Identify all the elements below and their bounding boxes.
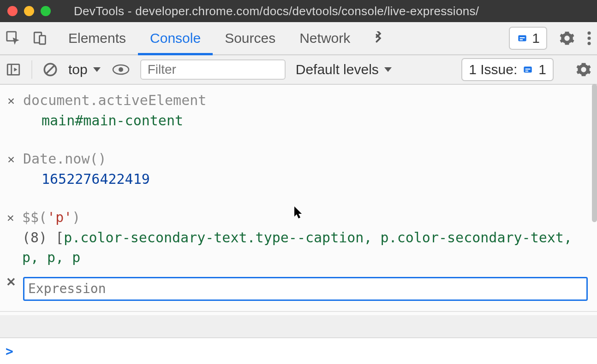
device-toolbar-icon[interactable] (32, 30, 48, 46)
new-expression-input[interactable] (23, 277, 588, 301)
expression-result[interactable]: main#main-content (23, 111, 206, 131)
svg-marker-17 (384, 67, 392, 72)
expression-result[interactable]: 1652276422419 (23, 169, 150, 189)
svg-rect-19 (525, 69, 531, 70)
svg-point-8 (587, 42, 591, 45)
log-levels-select[interactable]: Default levels (296, 62, 393, 77)
expression-source[interactable]: document.activeElement (23, 92, 206, 108)
svg-rect-2 (40, 35, 46, 44)
execution-context-select[interactable]: top (68, 62, 101, 77)
divider (0, 311, 597, 312)
live-expression-row: ✕ document.activeElement main#main-conte… (0, 85, 597, 136)
live-expressions-area: ✕ document.activeElement main#main-conte… (0, 85, 597, 315)
remove-expression-button[interactable]: ✕ (5, 273, 18, 289)
issues-button[interactable]: 1 Issue: 1 (461, 58, 554, 81)
inspect-element-icon[interactable] (6, 30, 21, 46)
console-toolbar: top Default levels 1 Issue: 1 (0, 55, 597, 85)
console-settings-icon[interactable] (576, 62, 591, 77)
svg-marker-11 (14, 68, 17, 72)
issues-count: 1 (538, 62, 546, 77)
settings-icon[interactable] (559, 30, 575, 46)
chevron-down-icon (383, 66, 393, 73)
remove-expression-button[interactable]: ✕ (5, 207, 17, 227)
maximize-window-button[interactable] (41, 6, 51, 16)
vertical-scrollbar[interactable] (592, 84, 597, 222)
panel-tabs: Elements Console Sources Network (56, 22, 394, 54)
more-options-icon[interactable] (587, 30, 591, 46)
live-expression-icon[interactable] (112, 63, 130, 76)
live-expression-row: ✕ Date.now() 1652276422419 (0, 143, 597, 194)
clear-console-icon[interactable] (42, 62, 58, 77)
svg-point-7 (587, 36, 591, 40)
svg-line-13 (47, 66, 54, 74)
expression-source[interactable]: $$('p') (22, 209, 80, 225)
tab-elements[interactable]: Elements (56, 22, 138, 54)
live-expression-row: ✕ $$('p') (8) [p.color-secondary-text.ty… (0, 202, 597, 273)
levels-label: Default levels (296, 62, 379, 77)
prompt-chevron-icon: > (6, 344, 13, 359)
svg-rect-9 (7, 65, 19, 75)
context-label: top (68, 62, 88, 77)
sidebar-toggle-icon[interactable] (6, 62, 21, 77)
expression-source[interactable]: Date.now() (23, 151, 107, 167)
filter-input[interactable] (148, 62, 278, 77)
remove-expression-button[interactable]: ✕ (5, 149, 18, 168)
issue-icon (522, 64, 534, 76)
window-title: DevTools - developer.chrome.com/docs/dev… (74, 4, 479, 18)
console-prompt[interactable]: > (0, 337, 597, 364)
close-window-button[interactable] (7, 6, 18, 16)
live-expression-row: ✕ (0, 273, 597, 305)
more-tabs-button[interactable] (362, 22, 394, 54)
svg-point-6 (587, 31, 591, 35)
expression-result[interactable]: (8) [p.color-secondary-text.type--captio… (22, 229, 572, 266)
svg-rect-20 (525, 70, 529, 71)
minimize-window-button[interactable] (24, 6, 34, 16)
svg-point-16 (119, 67, 123, 72)
svg-rect-4 (520, 37, 525, 38)
tab-network[interactable]: Network (287, 22, 362, 54)
window-titlebar: DevTools - developer.chrome.com/docs/dev… (0, 0, 597, 22)
remove-expression-button[interactable]: ✕ (5, 90, 18, 110)
filter-input-wrap[interactable] (140, 59, 286, 80)
issues-label: 1 Issue: (469, 62, 517, 77)
chevron-down-icon (92, 66, 101, 73)
traffic-lights (7, 6, 51, 16)
tab-console[interactable]: Console (138, 22, 213, 54)
issues-badge[interactable]: 1 (509, 27, 547, 50)
svg-marker-14 (93, 67, 101, 72)
issue-icon (516, 32, 528, 44)
tab-sources[interactable]: Sources (213, 22, 287, 54)
issues-badge-count: 1 (532, 30, 540, 46)
devtools-tabbar: Elements Console Sources Network 1 (0, 22, 597, 55)
svg-rect-5 (520, 39, 523, 40)
